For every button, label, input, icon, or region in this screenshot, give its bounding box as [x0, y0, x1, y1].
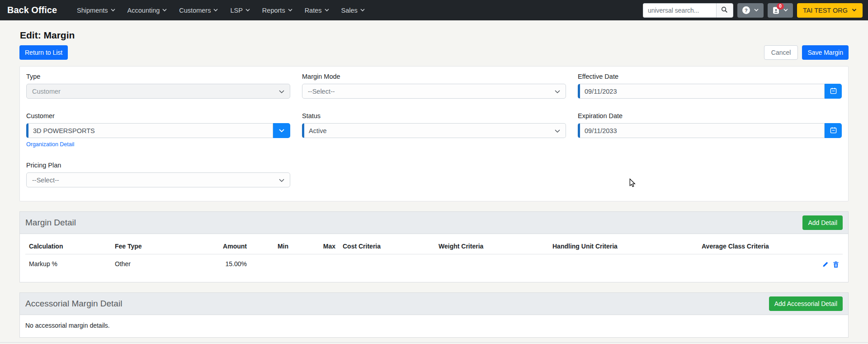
- chevron-down-icon: [360, 9, 365, 12]
- menu-rates[interactable]: Rates: [305, 7, 329, 14]
- status-select[interactable]: Active: [302, 123, 566, 138]
- margin-detail-title: Margin Detail: [25, 218, 76, 228]
- main-content: Edit: Margin Return to List Cancel Save …: [0, 20, 868, 338]
- col-average-class-criteria: Average Class Criteria: [698, 239, 816, 254]
- cell-average-class-criteria: [698, 254, 816, 275]
- main-menu: Shipments Accounting Customers LSP Repor…: [77, 7, 365, 14]
- field-status: Status Active: [302, 112, 566, 148]
- calendar-icon: [830, 127, 837, 135]
- pricing-plan-select[interactable]: --Select--: [26, 172, 290, 187]
- row-actions: [816, 254, 843, 275]
- org-selector-label: TAI TEST ORG: [803, 7, 848, 14]
- menu-lsp[interactable]: LSP: [230, 7, 250, 14]
- notification-count-badge: 0: [777, 3, 784, 10]
- menu-accounting-label: Accounting: [127, 7, 160, 14]
- effective-date-input[interactable]: 09/11/2023: [578, 84, 825, 99]
- page-actions-row: Return to List Cancel Save Margin: [19, 45, 849, 60]
- col-fee-type: Fee Type: [111, 239, 197, 254]
- add-accessorial-detail-button[interactable]: Add Accessorial Detail: [769, 296, 843, 311]
- margin-detail-body: Calculation Fee Type Amount Min Max Cost…: [20, 234, 848, 282]
- expiration-date-value: 09/11/2033: [585, 127, 617, 134]
- menu-shipments[interactable]: Shipments: [77, 7, 115, 14]
- expiration-date-label: Expiration Date: [578, 112, 842, 119]
- chevron-down-icon: [213, 9, 218, 12]
- effective-date-value: 09/11/2023: [585, 88, 617, 95]
- type-label: Type: [26, 73, 290, 80]
- field-type: Type Customer: [26, 73, 290, 99]
- return-to-list-button[interactable]: Return to List: [19, 45, 68, 60]
- field-pricing-plan: Pricing Plan --Select--: [26, 162, 290, 187]
- accessorial-empty-message: No accessorial margin details.: [20, 315, 848, 337]
- notifications-menu-button[interactable]: 0: [768, 3, 793, 18]
- chevron-down-icon: [288, 9, 292, 12]
- chevron-down-icon: [279, 177, 284, 184]
- menu-customers[interactable]: Customers: [179, 7, 218, 14]
- chevron-down-icon: [245, 9, 250, 12]
- field-effective-date: Effective Date 09/11/2023: [578, 73, 842, 99]
- org-selector-button[interactable]: TAI TEST ORG: [797, 3, 863, 18]
- chevron-down-icon: [279, 88, 284, 95]
- expiration-date-calendar-button[interactable]: [825, 123, 842, 138]
- menu-reports-label: Reports: [262, 7, 285, 14]
- customer-combo-input[interactable]: 3D POWERSPORTS: [26, 123, 273, 138]
- customer-dropdown-button[interactable]: [273, 123, 290, 138]
- edit-pencil-icon[interactable]: [822, 261, 829, 268]
- cancel-button[interactable]: Cancel: [764, 45, 798, 60]
- margin-detail-section: Margin Detail Add Detail Calculation Fee…: [19, 211, 849, 282]
- add-detail-button[interactable]: Add Detail: [802, 215, 843, 230]
- save-margin-button[interactable]: Save Margin: [802, 45, 849, 60]
- chevron-down-icon: [754, 9, 759, 12]
- organization-detail-link[interactable]: Organization Detail: [26, 141, 74, 148]
- col-max: Max: [292, 239, 339, 254]
- menu-sales[interactable]: Sales: [341, 7, 365, 14]
- chevron-down-icon: [325, 9, 329, 12]
- cell-fee-type: Other: [111, 254, 197, 275]
- universal-search: [643, 3, 733, 18]
- pricing-plan-label: Pricing Plan: [26, 162, 290, 169]
- field-margin-mode: Margin Mode --Select--: [302, 73, 566, 99]
- chevron-down-icon: [162, 9, 167, 12]
- help-menu-button[interactable]: ?: [737, 3, 764, 18]
- field-expiration-date: Expiration Date 09/11/2033: [578, 112, 842, 148]
- col-weight-criteria: Weight Criteria: [435, 239, 549, 254]
- margin-mode-select[interactable]: --Select--: [302, 84, 566, 99]
- person-badge-icon: 0: [773, 6, 779, 14]
- effective-date-calendar-button[interactable]: [825, 84, 842, 99]
- customer-label: Customer: [26, 112, 290, 119]
- field-customer: Customer 3D POWERSPORTS Organization Det…: [26, 112, 290, 148]
- menu-sales-label: Sales: [341, 7, 358, 14]
- col-cost-criteria: Cost Criteria: [339, 239, 435, 254]
- page-title: Edit: Margin: [20, 30, 849, 41]
- expiration-date-input[interactable]: 09/11/2033: [578, 123, 825, 138]
- app-brand[interactable]: Back Office: [7, 5, 57, 15]
- customer-value: 3D POWERSPORTS: [33, 127, 95, 134]
- search-icon: [721, 6, 728, 14]
- help-icon: ?: [742, 6, 750, 14]
- table-row: Markup % Other 15.00%: [25, 254, 843, 275]
- chevron-down-icon: [279, 127, 284, 134]
- type-select[interactable]: Customer: [26, 84, 290, 99]
- delete-trash-icon[interactable]: [833, 261, 839, 268]
- margin-mode-label: Margin Mode: [302, 73, 566, 80]
- search-input[interactable]: [643, 3, 716, 18]
- table-header-row: Calculation Fee Type Amount Min Max Cost…: [25, 239, 843, 254]
- margin-mode-select-value: --Select--: [308, 88, 335, 95]
- page-footer: © Transportation Applied Intelligence So…: [0, 342, 868, 344]
- margin-detail-table: Calculation Fee Type Amount Min Max Cost…: [25, 239, 843, 275]
- cell-min: [250, 254, 292, 275]
- top-navbar: Back Office Shipments Accounting Custome…: [0, 0, 868, 20]
- accessorial-title: Accessorial Margin Detail: [25, 299, 122, 309]
- menu-accounting[interactable]: Accounting: [127, 7, 167, 14]
- menu-reports[interactable]: Reports: [262, 7, 292, 14]
- search-button[interactable]: [716, 3, 733, 18]
- cell-handling-unit-criteria: [549, 254, 698, 275]
- col-calculation: Calculation: [25, 239, 111, 254]
- cell-max: [292, 254, 339, 275]
- chevron-down-icon: [555, 127, 560, 134]
- col-handling-unit-criteria: Handling Unit Criteria: [549, 239, 698, 254]
- accessorial-body: No accessorial margin details.: [20, 315, 848, 337]
- accessorial-header: Accessorial Margin Detail Add Accessoria…: [20, 293, 848, 315]
- status-select-value: Active: [309, 127, 327, 134]
- cell-amount: 15.00%: [197, 254, 250, 275]
- navbar-right-group: ? 0 TAI TEST ORG: [643, 3, 863, 18]
